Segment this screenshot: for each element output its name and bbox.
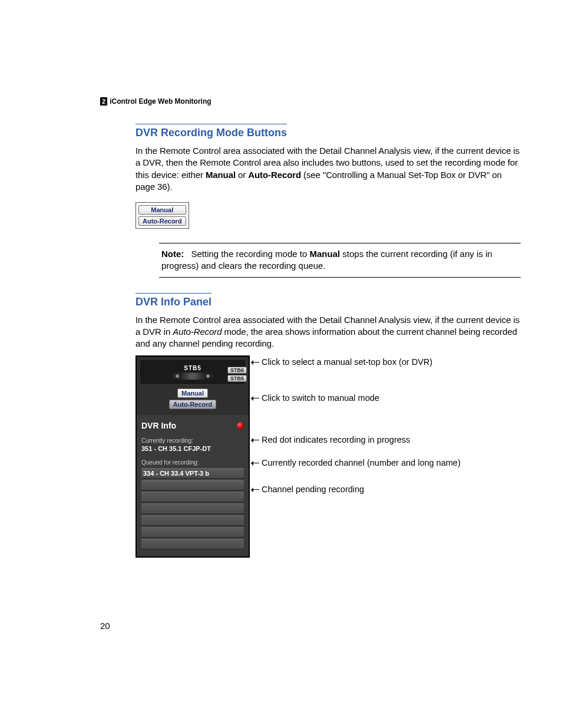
section-heading-dvr-buttons: DVR Recording Mode Buttons (135, 124, 287, 139)
running-header: 2 iControl Edge Web Monitoring (100, 97, 211, 106)
dvr-info-figure: STB5 STB6 STB5 Manual Auto-Record D (135, 355, 521, 558)
transport-controls-icon (172, 373, 213, 380)
remote-control-area: STB5 STB6 STB5 Manual Auto-Record (137, 357, 249, 415)
auto-record-button[interactable]: Auto-Record (138, 216, 186, 226)
callout: Channel pending recording (262, 484, 521, 495)
callout: Red dot indicates recording in progress (262, 434, 521, 446)
mode-buttons: Manual Auto-Record (140, 388, 245, 409)
chapter-title: iControl Edge Web Monitoring (110, 97, 211, 106)
queue-list: 334 - CH 33.4 VPT-3 b (141, 468, 244, 549)
queue-item[interactable] (141, 492, 244, 502)
dvr-info-panel: STB5 STB6 STB5 Manual Auto-Record D (135, 355, 250, 558)
mode-button-figure: Manual Auto-Record (135, 202, 189, 229)
stb-dropdown[interactable]: STB6 STB5 (227, 367, 247, 382)
queued-label: Queued for recording: (141, 459, 244, 466)
currently-recording-label: Currently recording: (141, 437, 244, 444)
manual-button[interactable]: Manual (177, 388, 208, 398)
note-label: Note: (161, 249, 184, 259)
note-box: Note: Setting the recording mode to Manu… (159, 243, 521, 278)
stb-selector[interactable]: STB5 STB6 STB5 (140, 360, 245, 384)
stb-option[interactable]: STB6 (227, 367, 247, 374)
stb-selected-label: STB5 (184, 365, 201, 371)
callout: Currently recorded channel (number and l… (262, 457, 521, 469)
queue-item[interactable] (141, 539, 244, 549)
callout: Click to select a manual set-top box (or… (262, 357, 521, 368)
chapter-number: 2 (100, 97, 107, 106)
body-paragraph: In the Remote Control area associated wi… (135, 145, 521, 193)
callout: Click to switch to manual mode (262, 393, 521, 404)
body-paragraph: In the Remote Control area associated wi… (135, 314, 521, 350)
queue-item[interactable] (141, 527, 244, 538)
recording-indicator-icon (237, 422, 244, 429)
manual-button[interactable]: Manual (138, 205, 186, 215)
queue-item[interactable] (141, 480, 244, 490)
queue-item[interactable] (141, 515, 244, 526)
currently-recording-value: 351 - CH 35.1 CFJP-DT (141, 445, 244, 452)
section-heading-dvr-info: DVR Info Panel (135, 293, 211, 308)
dvr-info-title: DVR Info (141, 421, 176, 430)
auto-record-button[interactable]: Auto-Record (169, 400, 217, 409)
figure-callouts: Click to select a manual set-top box (or… (250, 355, 521, 495)
queue-item[interactable]: 334 - CH 33.4 VPT-3 b (141, 468, 244, 479)
stb-option[interactable]: STB5 (227, 375, 247, 382)
page-number: 20 (100, 621, 110, 631)
queue-item[interactable] (141, 503, 244, 514)
